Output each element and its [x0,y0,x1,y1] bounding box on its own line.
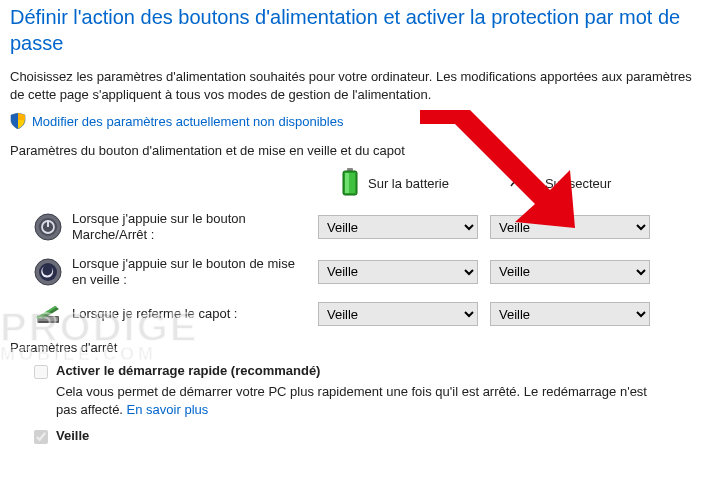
admin-link-row: Modifier des paramètres actuellement non… [10,113,692,129]
svg-rect-14 [38,317,58,321]
sleep-checkbox[interactable] [34,430,48,444]
col-plugged: Sur secteur [509,174,611,193]
col-battery-label: Sur la batterie [368,176,449,191]
fast-startup-checkbox[interactable] [34,365,48,379]
power-button-icon [34,213,62,241]
row-lid: Lorsque je referme le capot : Veille Vei… [10,300,692,328]
row-power-label: Lorsque j'appuie sur le bouton Marche/Ar… [72,211,318,244]
section-buttons-label: Paramètres du bouton d'alimentation et d… [10,143,692,158]
row-lid-label: Lorsque je referme le capot : [72,306,318,322]
admin-change-link[interactable]: Modifier des paramètres actuellement non… [32,114,343,129]
col-plugged-label: Sur secteur [545,176,611,191]
battery-icon [340,168,360,199]
learn-more-link[interactable]: En savoir plus [127,402,209,417]
svg-rect-6 [531,183,536,185]
sleep-button-icon [34,258,62,286]
lid-icon [34,300,62,328]
lid-battery-select[interactable]: Veille [318,302,478,326]
lid-plugged-select[interactable]: Veille [490,302,650,326]
row-sleep-label: Lorsque j'appuie sur le bouton de mise e… [72,256,318,289]
svg-rect-3 [345,173,349,193]
sleep-label: Veille [56,428,89,443]
page-title: Définir l'action des boutons d'alimentat… [10,4,692,56]
svg-rect-10 [47,220,49,227]
power-button-plugged-select[interactable]: Veille [490,215,650,239]
plug-icon [509,174,537,193]
fast-startup-row: Activer le démarrage rapide (recommandé) [10,363,692,379]
svg-point-4 [517,177,533,187]
columns-header: Sur la batterie Sur secteur [340,168,692,199]
power-button-battery-select[interactable]: Veille [318,215,478,239]
row-sleep-button: Lorsque j'appuie sur le bouton de mise e… [10,256,692,289]
shield-icon [10,113,26,129]
row-power-button: Lorsque j'appuie sur le bouton Marche/Ar… [10,211,692,244]
sleep-button-plugged-select[interactable]: Veille [490,260,650,284]
fast-startup-desc: Cela vous permet de démarrer votre PC pl… [10,383,650,418]
col-battery: Sur la batterie [340,168,449,199]
intro-text: Choisissez les paramètres d'alimentation… [10,68,692,103]
section-shutdown-label: Paramètres d'arrêt [10,340,692,355]
fast-startup-label: Activer le démarrage rapide (recommandé) [56,363,320,378]
sleep-row: Veille [10,428,692,444]
sleep-button-battery-select[interactable]: Veille [318,260,478,284]
svg-rect-5 [531,179,536,181]
